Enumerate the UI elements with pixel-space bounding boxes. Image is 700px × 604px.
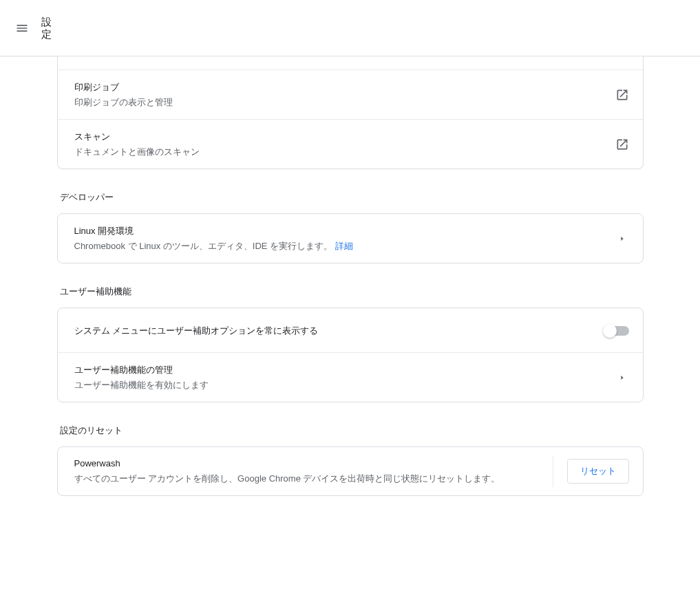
scan-row[interactable]: スキャン ドキュメントと画像のスキャン <box>58 119 643 169</box>
accessibility-header: ユーザー補助機能 <box>57 263 644 308</box>
print-jobs-title: 印刷ジョブ <box>74 80 604 94</box>
manage-a11y-sub: ユーザー補助機能を有効にします <box>74 378 604 392</box>
manage-a11y-row[interactable]: ユーザー補助機能の管理 ユーザー補助機能を有効にします <box>58 352 643 402</box>
linux-row[interactable]: Linux 開発環境 Chromebook で Linux のツール、エディタ、… <box>58 214 643 263</box>
always-show-a11y-title: システム メニューにユーザー補助オプションを常に表示する <box>74 324 593 338</box>
divider <box>553 455 553 487</box>
print-jobs-sub: 印刷ジョブの表示と管理 <box>74 96 604 109</box>
manage-a11y-title: ユーザー補助機能の管理 <box>74 363 604 377</box>
menu-icon[interactable] <box>8 14 36 42</box>
open-external-icon <box>615 138 629 151</box>
linux-title: Linux 開発環境 <box>74 224 604 238</box>
accessibility-card: システム メニューにユーザー補助オプションを常に表示する ユーザー補助機能の管理… <box>57 308 644 402</box>
always-show-a11y-row[interactable]: システム メニューにユーザー補助オプションを常に表示する <box>58 308 643 352</box>
print-jobs-row[interactable]: 印刷ジョブ 印刷ジョブの表示と管理 <box>58 70 643 119</box>
powerwash-reset-button[interactable]: リセット <box>567 459 629 484</box>
powerwash-sub: すべてのユーザー アカウントを削除し、Google Chrome デバイスを出荷… <box>74 472 528 486</box>
open-external-icon <box>615 88 629 102</box>
page-title: 設定 <box>41 16 52 41</box>
scan-sub: ドキュメントと画像のスキャン <box>74 145 604 159</box>
reset-header: 設定のリセット <box>57 402 644 446</box>
developer-card: Linux 開発環境 Chromebook で Linux のツール、エディタ、… <box>57 213 644 263</box>
powerwash-row: Powerwash すべてのユーザー アカウントを削除し、Google Chro… <box>58 447 643 495</box>
chevron-right-icon <box>615 232 629 246</box>
toolbar: 設定 <box>0 0 700 56</box>
scan-title: スキャン <box>74 130 604 144</box>
linux-sub: Chromebook で Linux のツール、エディタ、IDE を実行します。… <box>74 239 604 253</box>
card-top-fragment <box>58 56 643 70</box>
powerwash-title: Powerwash <box>74 457 528 471</box>
developer-header: デベロッパー <box>57 169 644 213</box>
linux-learn-more-link[interactable]: 詳細 <box>335 241 353 251</box>
always-show-a11y-toggle[interactable] <box>604 326 629 336</box>
chevron-right-icon <box>615 371 629 385</box>
linux-sub-text: Chromebook で Linux のツール、エディタ、IDE を実行します。 <box>74 241 333 251</box>
print-scan-card: 印刷ジョブ 印刷ジョブの表示と管理 スキャン ドキュメントと画像のスキャン <box>57 56 644 169</box>
reset-card: Powerwash すべてのユーザー アカウントを削除し、Google Chro… <box>57 446 644 496</box>
